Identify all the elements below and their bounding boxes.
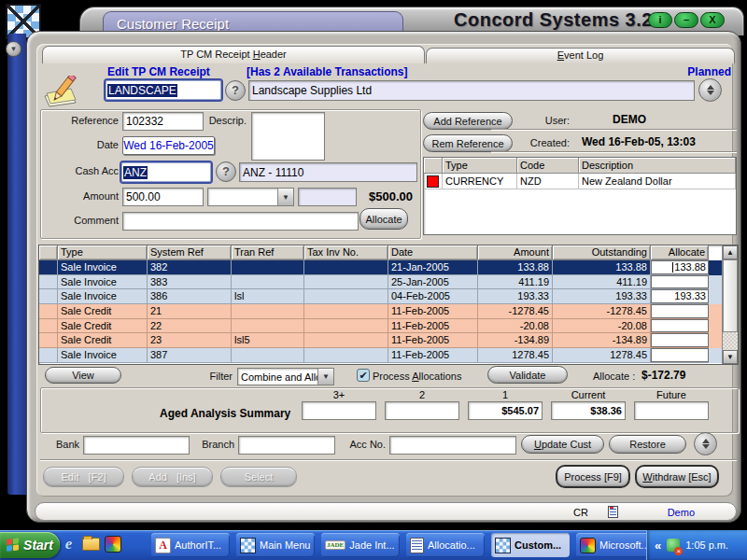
taskbar-task[interactable]: JADEJade Int... [321, 533, 400, 557]
aged-bucket-value [302, 401, 376, 420]
transaction-row[interactable]: Sale Invoice38325-Jan-2005411.19411.19 [39, 275, 738, 290]
taskbar-tasks: AAuthorIT...Main MenuJADEJade Int...Allo… [151, 533, 655, 557]
user-value: DEMO [613, 113, 646, 126]
allocate-cell-input[interactable] [651, 319, 709, 333]
reference-table-body: CURRENCYNZDNew Zealand Dollar [424, 174, 736, 189]
chevron-down-icon[interactable]: ▼ [277, 189, 293, 205]
aged-bucket-label: Current [571, 389, 606, 401]
record-indicator-icon [608, 506, 618, 518]
taskbar-task[interactable]: Main Menu [236, 533, 315, 557]
transaction-row[interactable]: Sale Invoice38221-Jan-2005133.88133.8813… [39, 260, 738, 275]
window-menu-button[interactable]: ▼ [6, 41, 21, 57]
reference-row[interactable]: CURRENCYNZDNew Zealand Dollar [424, 174, 736, 189]
cash-acc-value: ANZ [123, 166, 148, 179]
created-value: Wed 16-Feb-05, 13:03 [582, 135, 696, 148]
table-scrollbar[interactable]: ▲ ▼ [722, 245, 738, 364]
media-icon[interactable] [104, 535, 121, 553]
allocate-total-value: $-172.79 [641, 369, 685, 382]
allocate-total-label: Allocate : [593, 371, 638, 382]
entity-name-field[interactable]: Landscape Supplies Ltd [248, 80, 695, 101]
chevron-down-icon[interactable]: ▼ [317, 369, 333, 385]
entity-code-value: LANDSCAPE [107, 84, 177, 97]
system-tray: « 1:05 p.m. [646, 530, 747, 560]
bank-spinner[interactable] [694, 432, 717, 455]
view-button[interactable]: View [45, 367, 121, 384]
acc-no-label: Acc No. [343, 439, 386, 450]
process-button[interactable]: Process [F9] [556, 465, 630, 488]
scroll-down-icon[interactable]: ▼ [723, 350, 738, 364]
allocate-cell-input[interactable] [651, 348, 709, 362]
close-button[interactable]: X [700, 12, 725, 28]
tray-chevron-icon[interactable]: « [655, 539, 661, 553]
amount-total: $500.00 [369, 189, 413, 203]
validate-button[interactable]: Validate [487, 366, 568, 384]
tab-event-log[interactable]: Event Log [426, 48, 735, 63]
clock: 1:05 p.m. [685, 539, 728, 551]
concord-icon [495, 538, 511, 553]
folder-icon[interactable] [82, 535, 100, 553]
entity-spinner[interactable] [698, 78, 722, 102]
currency-marker-icon [427, 175, 439, 188]
process-allocations-label: Process Allocations [373, 371, 475, 382]
amount-input[interactable]: 500.00 [122, 188, 204, 206]
bank-label: Bank [42, 439, 79, 450]
amount-currency-combo[interactable]: ▼ [207, 188, 294, 206]
entity-help-button[interactable]: ? [225, 80, 246, 101]
filter-label: Filter [167, 371, 233, 382]
left-accent-strip [7, 34, 26, 495]
info-button[interactable]: i [648, 12, 672, 28]
restore-button[interactable]: Restore [609, 435, 686, 454]
status-label: Planned [687, 65, 731, 78]
allocate-cell-input[interactable] [651, 333, 709, 347]
tab-tp-cm-receipt-header[interactable]: TP CM Receipt Header [42, 46, 425, 63]
add-button[interactable]: Add[Ins] [132, 467, 213, 487]
date-button[interactable]: Wed 16-Feb-2005 [122, 136, 215, 155]
withdraw-button[interactable]: Withdraw [Esc] [635, 465, 719, 488]
internet-explorer-icon[interactable]: e [60, 535, 78, 553]
transaction-row[interactable]: Sale Invoice38711-Feb-20051278.451278.45 [39, 348, 738, 363]
update-cust-button[interactable]: Update Cust [521, 435, 604, 454]
cash-acc-input[interactable]: ANZ [120, 161, 213, 184]
taskbar-task[interactable]: Microsoft... [576, 533, 655, 557]
available-transactions-note: [Has 2 Available Transactions] [247, 65, 408, 78]
edit-mode-label: Edit TP CM Receipt [107, 65, 210, 78]
allocate-cell-input[interactable] [651, 304, 709, 318]
start-button[interactable]: Start [0, 532, 60, 558]
select-button[interactable]: Select [220, 467, 297, 487]
allocate-cell-input[interactable]: 133.88 [651, 260, 709, 274]
aged-bucket-value [385, 401, 459, 420]
app-title: Concord Systems 3.2 [454, 9, 653, 31]
bank-input[interactable] [83, 436, 190, 455]
transactions-table: Type System Ref Tran Ref Tax Inv No. Dat… [38, 245, 739, 365]
aged-bucket-label: 2 [419, 389, 425, 401]
allocate-cell-input[interactable]: 193.33 [651, 289, 709, 303]
customer-receipt-window: TP CM Receipt Header Event Log Edit TP C… [26, 31, 741, 523]
allocate-cell-input[interactable] [651, 275, 709, 289]
taskbar-task[interactable]: AAuthorIT... [151, 533, 230, 557]
date-label: Date [40, 139, 119, 150]
reference-table: Type Code Description CURRENCYNZDNew Zea… [423, 157, 737, 235]
cash-acc-help-button[interactable]: ? [216, 161, 236, 182]
transaction-row[interactable]: Sale Credit23lsl511-Feb-2005-134.89-134.… [39, 333, 738, 348]
filter-combo[interactable]: Combine and Allo▼ [237, 368, 334, 385]
taskbar-task[interactable]: Allocatio... [406, 533, 485, 557]
allocate-button[interactable]: Allocate [359, 208, 408, 230]
transaction-row[interactable]: Sale Credit2211-Feb-2005-20.08-20.08 [39, 319, 738, 334]
transaction-row[interactable]: Sale Invoice386lsl04-Feb-2005193.33193.3… [39, 289, 738, 304]
comment-label: Comment [40, 215, 119, 226]
messenger-icon[interactable] [667, 539, 680, 552]
edit-button[interactable]: Edit[F2] [43, 467, 124, 487]
descrip-input[interactable] [251, 112, 325, 161]
acc-no-input[interactable] [389, 436, 516, 455]
scrollbar-thumb[interactable] [723, 259, 738, 332]
aged-bucket-value: $38.36 [551, 401, 626, 420]
entity-code-input[interactable]: LANDSCAPE [104, 78, 223, 102]
branch-input[interactable] [238, 436, 335, 455]
transaction-row[interactable]: Sale Credit2111-Feb-2005-1278.45-1278.45 [39, 304, 738, 319]
scroll-up-icon[interactable]: ▲ [723, 245, 738, 259]
aged-columns: 3+21$545.07Current$38.36Future [302, 389, 709, 420]
process-allocations-checkbox[interactable]: ✔ [357, 369, 370, 382]
minimize-button[interactable]: – [674, 12, 698, 28]
taskbar-task[interactable]: Custom... [491, 533, 570, 557]
comment-input[interactable] [122, 212, 359, 231]
